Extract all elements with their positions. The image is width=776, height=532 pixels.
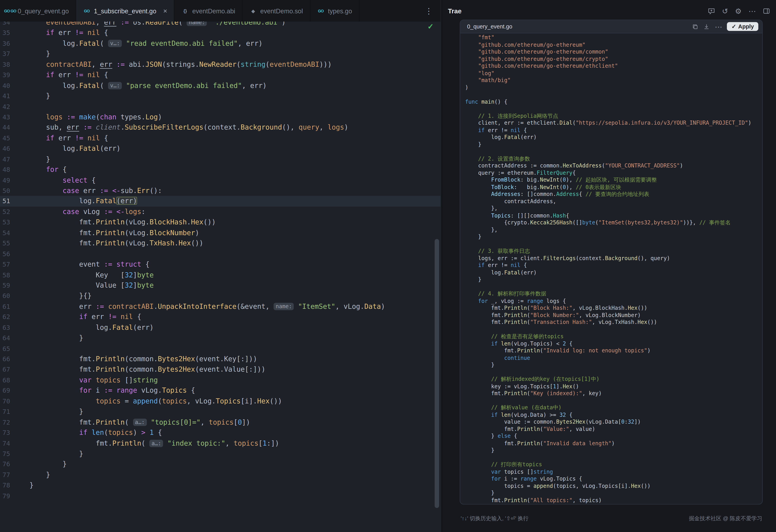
code-line-42[interactable]: 42 (0, 101, 441, 112)
card-more-icon[interactable]: ⋯ (715, 23, 722, 30)
tab-0_query_event.go[interactable]: GOGO0_query_event.go (0, 0, 76, 22)
code-line-43[interactable]: 43 logs := make(chan types.Log) (0, 112, 441, 122)
code-line-78[interactable]: 78} (0, 480, 441, 491)
tab-types.go[interactable]: GOtypes.go (310, 0, 359, 22)
toggle-panel-icon[interactable] (763, 7, 770, 15)
code-line-52[interactable]: 52 case vLog := <-logs: (0, 207, 441, 217)
code-line-71[interactable]: 71 } (0, 407, 441, 417)
line-number[interactable]: 36 (0, 38, 15, 49)
code-line-62[interactable]: 62 if err != nil { (0, 312, 441, 322)
code-line-55[interactable]: 55 fmt.Println(vLog.TxHash.Hex()) (0, 238, 441, 249)
code-line-61[interactable]: 61 err := contractABI.UnpackIntoInterfac… (0, 301, 441, 312)
line-number[interactable]: 65 (0, 343, 15, 354)
settings-icon[interactable]: ⚙ (735, 7, 742, 15)
code-editor[interactable]: 34 eventDemoABI, err := os.ReadFile( nam… (0, 22, 441, 532)
tab-eventDemo.sol[interactable]: ◆eventDemo.sol (243, 0, 310, 22)
code-line-50[interactable]: 50 case err := <-sub.Err(): (0, 186, 441, 196)
code-line-56[interactable]: 56 (0, 249, 441, 259)
code-line-60[interactable]: 60 }{} (0, 291, 441, 301)
line-number[interactable]: 54 (0, 228, 15, 238)
line-number[interactable]: 38 (0, 59, 15, 70)
code-line-40[interactable]: 40 log.Fatal( v…: "parse eventDemo.abi f… (0, 80, 441, 91)
line-number[interactable]: 46 (0, 144, 15, 154)
line-number[interactable]: 60 (0, 291, 15, 301)
line-number[interactable]: 59 (0, 280, 15, 291)
line-number[interactable]: 39 (0, 70, 15, 80)
editor-scrollbar[interactable] (435, 239, 439, 508)
line-number[interactable]: 75 (0, 449, 15, 459)
apply-button[interactable]: ✓ Apply (727, 22, 758, 31)
code-line-54[interactable]: 54 fmt.Println(vLog.BlockNumber) (0, 228, 441, 238)
line-number[interactable]: 69 (0, 385, 15, 396)
line-number[interactable]: 76 (0, 459, 15, 470)
line-number[interactable]: 43 (0, 112, 15, 122)
line-number[interactable]: 52 (0, 207, 15, 217)
code-line-70[interactable]: 70 topics = append(topics, vLog.Topics[i… (0, 396, 441, 407)
line-number[interactable]: 72 (0, 417, 15, 428)
code-line-47[interactable]: 47 } (0, 154, 441, 165)
line-number[interactable]: 58 (0, 270, 15, 280)
line-number[interactable]: 70 (0, 396, 15, 407)
line-number[interactable]: 63 (0, 322, 15, 333)
code-line-59[interactable]: 59 Value [32]byte (0, 280, 441, 291)
line-number[interactable]: 40 (0, 80, 15, 91)
card-code[interactable]: "fmt" "github.com/ethereum/go-ethereum" … (460, 33, 762, 504)
code-line-69[interactable]: 69 for i := range vLog.Topics { (0, 385, 441, 396)
history-icon[interactable]: ↺ (722, 7, 728, 15)
line-number[interactable]: 64 (0, 333, 15, 343)
line-number[interactable]: 57 (0, 259, 15, 270)
line-number[interactable]: 41 (0, 91, 15, 101)
line-number[interactable]: 47 (0, 154, 15, 165)
tab-overflow-menu-icon[interactable]: ⋮ (417, 6, 441, 15)
line-number[interactable]: 51 (0, 196, 15, 207)
code-line-44[interactable]: 44 sub, err := client.SubscribeFilterLog… (0, 122, 441, 133)
line-number[interactable]: 61 (0, 301, 15, 312)
code-line-63[interactable]: 63 log.Fatal(err) (0, 322, 441, 333)
code-line-48[interactable]: 48 for { (0, 165, 441, 175)
line-number[interactable]: 74 (0, 438, 15, 449)
line-number[interactable]: 67 (0, 364, 15, 375)
code-line-49[interactable]: 49 select { (0, 175, 441, 186)
code-line-46[interactable]: 46 log.Fatal(err) (0, 144, 441, 154)
code-line-45[interactable]: 45 if err != nil { (0, 133, 441, 144)
code-line-66[interactable]: 66 fmt.Println(common.Bytes2Hex(event.Ke… (0, 354, 441, 364)
code-line-65[interactable]: 65 (0, 343, 441, 354)
code-line-77[interactable]: 77 } (0, 470, 441, 480)
line-number[interactable]: 77 (0, 470, 15, 480)
code-line-64[interactable]: 64 } (0, 333, 441, 343)
code-line-76[interactable]: 76 } (0, 459, 441, 470)
code-line-74[interactable]: 74 fmt.Println( a…: "index topic:", topi… (0, 438, 441, 449)
code-line-34[interactable]: 34 eventDemoABI, err := os.ReadFile( nam… (0, 22, 441, 28)
tab-1_subscribe_event.go[interactable]: GO1_subscribe_event.go× (76, 0, 175, 22)
code-line-72[interactable]: 72 fmt.Println( a…: "topics[0]=", topics… (0, 417, 441, 428)
code-line-51[interactable]: 51 log.Fatal(err) (0, 196, 441, 207)
line-number[interactable]: 73 (0, 428, 15, 438)
line-number[interactable]: 62 (0, 312, 15, 322)
code-line-41[interactable]: 41 } (0, 91, 441, 101)
line-number[interactable]: 71 (0, 407, 15, 417)
code-line-37[interactable]: 37 } (0, 49, 441, 59)
line-number[interactable]: 42 (0, 101, 15, 112)
line-number[interactable]: 55 (0, 238, 15, 249)
line-number[interactable]: 79 (0, 491, 15, 501)
line-number[interactable]: 35 (0, 28, 15, 38)
line-number[interactable]: 78 (0, 480, 15, 491)
more-icon[interactable]: ⋯ (749, 7, 756, 15)
code-line-58[interactable]: 58 Key [32]byte (0, 270, 441, 280)
insert-icon[interactable] (704, 23, 710, 30)
code-line-67[interactable]: 67 fmt.Println(common.Bytes2Hex(event.Va… (0, 364, 441, 375)
code-line-57[interactable]: 57 event := struct { (0, 259, 441, 270)
line-number[interactable]: 66 (0, 354, 15, 364)
line-number[interactable]: 45 (0, 133, 15, 144)
code-line-38[interactable]: 38 contractABI, err := abi.JSON(strings.… (0, 59, 441, 70)
line-number[interactable]: 56 (0, 249, 15, 259)
code-line-75[interactable]: 75 } (0, 449, 441, 459)
line-number[interactable]: 53 (0, 217, 15, 228)
new-chat-icon[interactable] (708, 7, 715, 15)
code-line-36[interactable]: 36 log.Fatal( v…: "read eventDemo.abi fa… (0, 38, 441, 49)
line-number[interactable]: 37 (0, 49, 15, 59)
code-line-39[interactable]: 39 if err != nil { (0, 70, 441, 80)
code-line-35[interactable]: 35 if err != nil { (0, 28, 441, 38)
code-line-79[interactable]: 79 (0, 491, 441, 501)
tab-eventDemo.abi[interactable]: {}eventDemo.abi (175, 0, 243, 22)
